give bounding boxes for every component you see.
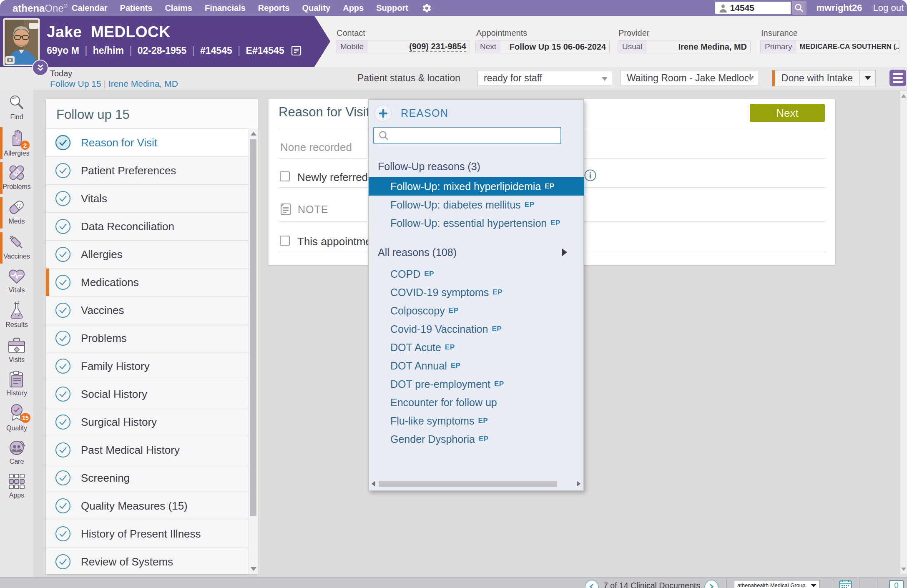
patient-name[interactable]: Jake MEDLOCK bbox=[47, 23, 170, 41]
rail-item-meds[interactable]: Meds bbox=[0, 198, 33, 225]
appointments-next-value[interactable]: Follow Up 15 06-06-2024 bbox=[500, 40, 609, 53]
org-select[interactable]: athenahealth Medical Group bbox=[734, 580, 820, 588]
done-with-intake-button[interactable]: Done with Intake bbox=[772, 70, 860, 86]
nav-support[interactable]: Support bbox=[376, 3, 408, 13]
checklist-item-family-history[interactable]: Family History bbox=[46, 352, 249, 380]
encounter-subheader: Today Follow Up 15|Irene Medina, MD Pati… bbox=[0, 67, 907, 90]
reason-option-covid19-vaccination[interactable]: Covid-19 VaccinationEP bbox=[369, 320, 584, 338]
nav-quality[interactable]: Quality bbox=[302, 3, 330, 13]
patient-demographics: 69yo M| he/him| 02-28-1955| #14545| E#14… bbox=[47, 44, 301, 57]
provider-usual-value[interactable]: Irene Medina, MD bbox=[647, 40, 750, 53]
rail-item-find[interactable]: Find bbox=[0, 93, 33, 121]
rail-item-problems[interactable]: Problems bbox=[0, 163, 33, 191]
all-reasons-group-label[interactable]: All reasons (108) bbox=[378, 246, 457, 259]
nav-reports[interactable]: Reports bbox=[258, 3, 290, 13]
info-icon[interactable] bbox=[584, 169, 596, 181]
next-document-button[interactable] bbox=[704, 580, 719, 588]
logout-link[interactable]: Log out bbox=[873, 3, 904, 13]
gear-icon[interactable] bbox=[422, 3, 432, 13]
bottom-bar: 7 of 14 Clinical Documents athenahealth … bbox=[0, 577, 907, 588]
encounter-link[interactable]: Follow Up 15 bbox=[50, 79, 101, 88]
scroll-left-icon[interactable] bbox=[372, 481, 375, 487]
nav-financials[interactable]: Financials bbox=[205, 3, 246, 13]
reason-option-flu-like-symptoms[interactable]: Flu-like symptomsEP bbox=[369, 412, 584, 430]
this-appointment-checkbox[interactable] bbox=[280, 236, 290, 246]
checklist-item-reason-for-visit[interactable]: Reason for Visit bbox=[46, 129, 249, 157]
hamburger-menu-icon[interactable] bbox=[889, 70, 906, 86]
rail-item-allergies[interactable]: 2 Allergies bbox=[0, 128, 33, 157]
checklist-item-review-of-systems[interactable]: Review of Systems bbox=[46, 548, 249, 574]
reason-option-diabetes-mellitus[interactable]: Follow-Up: diabetes mellitusEP bbox=[369, 196, 584, 214]
checklist-item-vaccines[interactable]: Vaccines bbox=[46, 297, 249, 324]
reason-search-input[interactable] bbox=[392, 128, 560, 143]
nav-patients[interactable]: Patients bbox=[120, 3, 153, 13]
dropdown-horizontal-scrollbar[interactable] bbox=[371, 480, 581, 487]
reason-option-dot-annual[interactable]: DOT AnnualEP bbox=[369, 357, 584, 375]
checklist-scrollbar[interactable] bbox=[249, 128, 258, 574]
checklist-item-social-history[interactable]: Social History bbox=[46, 380, 249, 408]
newly-referred-checkbox[interactable] bbox=[280, 171, 290, 181]
insurance-field-chip: Primary bbox=[761, 40, 796, 53]
search-button[interactable] bbox=[791, 1, 807, 15]
provider-link[interactable]: Irene Medina, MD bbox=[108, 79, 178, 88]
checklist-item-data-reconciliation[interactable]: Data Reconciliation bbox=[46, 213, 249, 241]
reason-option-covid19-symptoms[interactable]: COVID-19 symptomsEP bbox=[369, 283, 584, 302]
reason-option-gender-dysphoria[interactable]: Gender DysphoriaEP bbox=[369, 430, 584, 448]
athenaone-logo[interactable]: athenaOne® bbox=[13, 3, 68, 14]
scroll-up-icon[interactable] bbox=[251, 132, 256, 136]
checklist-item-history-of-present-illness[interactable]: History of Present Illness bbox=[46, 520, 249, 548]
note-label: NOTE bbox=[298, 204, 328, 216]
main-scrollbar[interactable] bbox=[900, 91, 907, 574]
checklist-item-quality-measures[interactable]: Quality Measures (15) bbox=[46, 492, 249, 520]
rail-item-vaccines[interactable]: Vaccines bbox=[0, 233, 33, 260]
next-button[interactable]: Next bbox=[750, 104, 825, 122]
reason-option-dot-pre-employment[interactable]: DOT pre-employmentEP bbox=[369, 375, 584, 393]
search-input[interactable] bbox=[730, 3, 780, 13]
reason-option-dot-acute[interactable]: DOT AcuteEP bbox=[369, 338, 584, 357]
checklist-item-allergies[interactable]: Allergies bbox=[46, 241, 249, 269]
contact-mobile-value[interactable]: (909) 231-9854 bbox=[368, 40, 470, 53]
prev-document-button[interactable] bbox=[585, 580, 599, 588]
encounter-note-icon[interactable] bbox=[291, 45, 301, 56]
checklist-item-problems[interactable]: Problems bbox=[46, 324, 249, 352]
scroll-down-icon[interactable] bbox=[251, 567, 256, 571]
done-with-intake-menu-button[interactable] bbox=[859, 70, 876, 86]
checklist-item-patient-preferences[interactable]: Patient Preferences bbox=[46, 157, 249, 185]
nav-claims[interactable]: Claims bbox=[165, 3, 192, 13]
scrollbar-thumb[interactable] bbox=[250, 139, 256, 516]
checklist-item-vitals[interactable]: Vitals bbox=[46, 185, 249, 213]
reason-option-mixed-hyperlipidemia[interactable]: Follow-Up: mixed hyperlipidemiaEP bbox=[369, 177, 584, 196]
rail-item-vitals[interactable]: Vitals bbox=[0, 266, 33, 294]
checklist-item-past-medical-history[interactable]: Past Medical History bbox=[46, 436, 249, 464]
nav-apps[interactable]: Apps bbox=[343, 3, 364, 13]
note-row[interactable]: NOTE bbox=[279, 203, 328, 216]
username[interactable]: mwright26 bbox=[817, 3, 862, 13]
reason-option-colposcopy[interactable]: ColposcopyEP bbox=[369, 302, 584, 320]
collapse-banner-icon[interactable] bbox=[32, 60, 48, 76]
scrollbar-thumb[interactable] bbox=[379, 481, 557, 487]
patient-location-select[interactable]: Waiting Room - Jake Medlock bbox=[621, 70, 758, 86]
insurance-primary-value[interactable]: MEDICARE-CA SOUTHERN (... bbox=[796, 40, 899, 53]
notification-count-badge[interactable]: 0 bbox=[889, 580, 904, 588]
rail-item-history[interactable]: History bbox=[0, 369, 33, 397]
rail-item-visits[interactable]: Visits bbox=[0, 336, 33, 364]
checklist-item-surgical-history[interactable]: Surgical History bbox=[46, 408, 249, 436]
patient-status-select[interactable]: ready for staff bbox=[477, 70, 612, 86]
rail-item-results[interactable]: Results bbox=[0, 301, 33, 329]
checklist-item-medications[interactable]: Medications bbox=[46, 269, 249, 297]
add-reason-header[interactable]: REASON bbox=[374, 105, 449, 122]
scroll-up-icon[interactable] bbox=[901, 94, 906, 98]
reason-option-copd[interactable]: COPDEP bbox=[369, 265, 584, 283]
patient-pronouns: he/him bbox=[93, 45, 124, 56]
checklist-item-screening[interactable]: Screening bbox=[46, 464, 249, 492]
rail-item-quality[interactable]: 15 Quality bbox=[0, 403, 33, 432]
rail-item-care[interactable]: Care bbox=[0, 438, 33, 465]
reason-option-essential-hypertension[interactable]: Follow-Up: essential hypertensionEP bbox=[369, 214, 584, 232]
scroll-right-icon[interactable] bbox=[577, 481, 580, 487]
scroll-down-icon[interactable] bbox=[901, 568, 906, 571]
rail-item-apps[interactable]: Apps bbox=[0, 472, 33, 499]
nav-calendar[interactable]: Calendar bbox=[72, 3, 108, 13]
calendar-icon[interactable] bbox=[839, 580, 852, 588]
reason-option-encounter-for-follow-up[interactable]: Encounter for follow up bbox=[369, 393, 584, 412]
patient-photo[interactable] bbox=[3, 18, 40, 66]
